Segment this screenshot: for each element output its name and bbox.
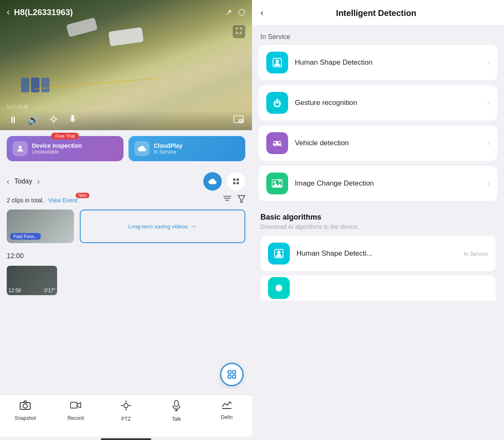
cloudplay-button[interactable]: CloudPlay In Service bbox=[129, 136, 245, 161]
fab-button[interactable] bbox=[220, 363, 244, 386]
human-shape-chevron: › bbox=[487, 58, 490, 67]
list-filter-icon[interactable] bbox=[223, 195, 232, 205]
vehicle-detection-card[interactable]: Vehicle detection › bbox=[259, 126, 497, 161]
algo-partial-card[interactable] bbox=[260, 275, 496, 301]
toolbar-snapshot[interactable]: Snapshot bbox=[0, 400, 50, 433]
snapshot-icon bbox=[20, 400, 31, 413]
svg-rect-16 bbox=[228, 371, 231, 374]
svg-point-34 bbox=[276, 60, 278, 63]
record-icon bbox=[70, 400, 81, 413]
settings-icon[interactable]: ⬡ bbox=[238, 7, 245, 17]
svg-point-21 bbox=[23, 404, 27, 408]
svg-rect-8 bbox=[233, 178, 235, 181]
toolbar-record[interactable]: Record bbox=[50, 400, 101, 433]
vehicle-detection-label: Vehicle detection bbox=[295, 139, 480, 147]
human-shape-detection-card[interactable]: Human Shape Detection › bbox=[259, 45, 497, 80]
grid-view-button[interactable] bbox=[227, 172, 245, 191]
cloudplay-label: CloudPlay bbox=[154, 142, 182, 149]
svg-point-0 bbox=[52, 117, 55, 121]
share-icon[interactable]: ↗ bbox=[225, 7, 232, 17]
device-inspection-label: Device Inspection bbox=[32, 142, 82, 149]
recording-thumbnail[interactable]: 12:58 0'17" bbox=[7, 266, 57, 295]
svg-point-24 bbox=[124, 403, 128, 408]
gesture-recognition-card[interactable]: Gesture recognition › bbox=[259, 85, 497, 120]
algo-human-shape-card[interactable]: Human Shape Detecti... In Service bbox=[260, 236, 496, 271]
timeline-next-button[interactable]: › bbox=[37, 177, 40, 186]
camera-timestamp: 5:17 11:45 bbox=[7, 104, 29, 109]
svg-point-42 bbox=[278, 251, 280, 254]
timeline-prev-button[interactable]: ‹ bbox=[7, 177, 9, 186]
basic-algorithms-subtitle: Download AI algorithms to the device. bbox=[260, 223, 496, 230]
time-label: 12:00 bbox=[0, 251, 252, 262]
recordings-area: 12:58 0'17" bbox=[0, 262, 252, 395]
talk-icon bbox=[172, 400, 181, 414]
timeline-today-label: Today bbox=[14, 178, 32, 185]
pip-button[interactable] bbox=[234, 115, 244, 126]
camera-back-button[interactable]: ‹ bbox=[7, 7, 10, 18]
camera-controls: ⏸ 🔊 bbox=[8, 114, 77, 126]
clips-info-row: 2 clips in total. View Event New bbox=[7, 195, 245, 205]
algo-partial-icon-box bbox=[268, 277, 290, 299]
camera-header: ‹ H8(L26331963) ↗ ⬡ bbox=[0, 0, 252, 18]
home-indicator bbox=[101, 438, 151, 440]
device-inspection-sub: Unstealable bbox=[32, 149, 82, 155]
camera-header-icons: ↗ ⬡ bbox=[225, 7, 245, 17]
device-inspection-icon bbox=[13, 141, 28, 156]
svg-rect-19 bbox=[233, 375, 236, 378]
fullscreen-button[interactable] bbox=[233, 25, 245, 38]
timeline-icon-buttons bbox=[203, 172, 245, 191]
clips-thumbnails-row: Fast Forw... Long-term saving videos → bbox=[7, 210, 245, 247]
svg-rect-6 bbox=[239, 120, 243, 122]
vehicle-icon-box bbox=[266, 132, 288, 154]
crosshair-button[interactable] bbox=[49, 115, 58, 126]
image-change-detection-card[interactable]: Image Change Detection › bbox=[259, 166, 497, 201]
svg-marker-40 bbox=[277, 180, 282, 183]
ptz-icon bbox=[121, 400, 131, 414]
device-inspection-text: Device Inspection Unstealable bbox=[32, 142, 82, 155]
svg-point-39 bbox=[274, 181, 276, 183]
new-badge: New bbox=[76, 193, 89, 198]
clips-count-text: 2 clips in total. bbox=[7, 197, 44, 204]
funnel-filter-icon[interactable] bbox=[238, 195, 245, 205]
cloudplay-icon bbox=[134, 141, 150, 156]
vehicle-chevron: › bbox=[487, 139, 490, 148]
in-service-section-label: In Service bbox=[252, 26, 504, 45]
pause-button[interactable]: ⏸ bbox=[8, 115, 18, 126]
view-event-link[interactable]: View Event New bbox=[48, 197, 78, 204]
bottom-toolbar: Snapshot Record PTZ bbox=[0, 395, 252, 437]
toolbar-define[interactable]: Defin bbox=[202, 400, 252, 433]
clip-label-1: Fast Forw... bbox=[10, 233, 41, 240]
svg-rect-10 bbox=[233, 182, 235, 184]
gesture-icon-box bbox=[266, 92, 288, 114]
algo-human-shape-label: Human Shape Detecti... bbox=[297, 249, 455, 258]
camera-feed: ‹ H8(L26331963) ↗ ⬡ 5:17 11:45 ⏸ 🔊 bbox=[0, 0, 252, 130]
svg-rect-11 bbox=[237, 182, 239, 184]
volume-button[interactable]: 🔊 bbox=[28, 115, 39, 126]
image-change-detection-label: Image Change Detection bbox=[295, 179, 480, 188]
svg-rect-18 bbox=[228, 375, 231, 378]
cloud-view-button[interactable] bbox=[203, 172, 222, 191]
record-label: Record bbox=[68, 415, 84, 421]
define-label: Defin bbox=[221, 414, 233, 420]
right-panel-header: ‹ Intelligent Detection bbox=[252, 0, 504, 26]
cloudplay-sub: In Service bbox=[154, 149, 182, 155]
svg-point-43 bbox=[276, 285, 282, 291]
free-trial-badge: Free Trial bbox=[51, 133, 79, 139]
right-back-button[interactable]: ‹ bbox=[260, 8, 263, 18]
mic-button[interactable] bbox=[68, 114, 77, 126]
toolbar-ptz[interactable]: PTZ bbox=[101, 400, 151, 433]
toolbar-talk[interactable]: Talk bbox=[151, 400, 202, 433]
recording-time: 12:58 bbox=[8, 288, 21, 293]
recording-entry[interactable]: 12:58 0'17" bbox=[7, 266, 245, 295]
right-panel: ‹ Intelligent Detection In Service Human… bbox=[252, 0, 504, 440]
define-icon bbox=[221, 400, 232, 412]
left-panel: ‹ H8(L26331963) ↗ ⬡ 5:17 11:45 ⏸ 🔊 bbox=[0, 0, 252, 440]
clip-thumbnail-1[interactable]: Fast Forw... bbox=[7, 210, 74, 243]
human-shape-icon-box bbox=[266, 52, 288, 73]
timeline-header: ‹ Today › bbox=[7, 172, 245, 191]
filter-icons bbox=[223, 195, 245, 205]
gesture-chevron: › bbox=[487, 99, 490, 107]
recording-duration: 0'17" bbox=[44, 288, 55, 293]
long-term-saving-card[interactable]: Long-term saving videos → bbox=[80, 210, 245, 243]
device-inspection-button[interactable]: Free Trial Device Inspection Unstealable bbox=[7, 136, 123, 161]
